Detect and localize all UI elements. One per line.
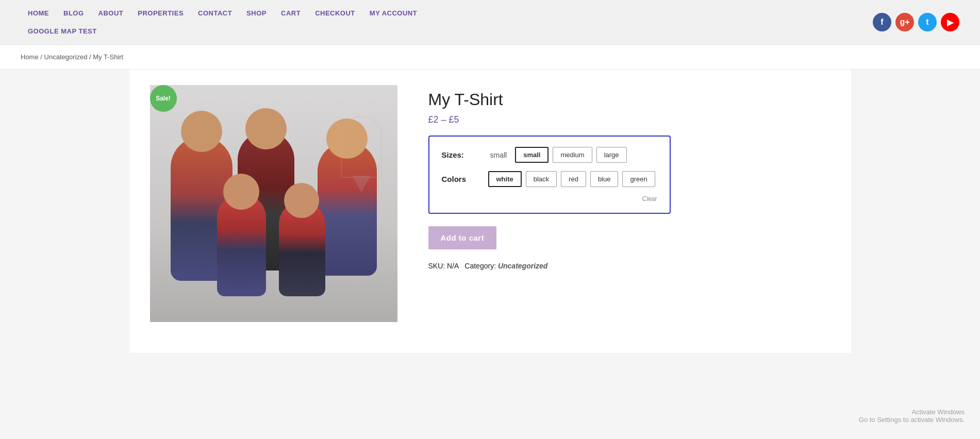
nav-properties[interactable]: PROPERTIES bbox=[130, 5, 191, 21]
figure-kid-left bbox=[217, 193, 266, 296]
clear-link[interactable]: Clear bbox=[442, 195, 657, 202]
size-small[interactable]: small bbox=[515, 147, 549, 163]
sku-label: SKU: bbox=[428, 262, 445, 270]
breadcrumb-uncategorized[interactable]: Uncategorized bbox=[44, 53, 88, 61]
color-red[interactable]: red bbox=[561, 171, 586, 187]
category-value: Uncategorized bbox=[498, 262, 547, 270]
sizes-options: small medium large bbox=[515, 147, 626, 163]
color-white[interactable]: white bbox=[488, 171, 522, 187]
nav-area: HOME BLOG ABOUT PROPERTIES CONTACT SHOP … bbox=[21, 5, 508, 39]
sizes-row: Sizes: small small medium large bbox=[442, 147, 657, 163]
size-medium[interactable]: medium bbox=[553, 147, 592, 163]
product-details: My T-Shirt £2 – £5 Sizes: small small me… bbox=[428, 85, 830, 322]
product-meta: SKU: N/A Category: Uncategorized bbox=[428, 262, 830, 270]
color-black[interactable]: black bbox=[526, 171, 557, 187]
nav-google-map-test[interactable]: GOOGLE MAP TEST bbox=[21, 23, 104, 39]
nav-about[interactable]: ABOUT bbox=[91, 5, 131, 21]
size-large[interactable]: large bbox=[596, 147, 627, 163]
nav-cart[interactable]: CART bbox=[274, 5, 308, 21]
colors-options: white black red blue green bbox=[488, 171, 655, 187]
product-image-area: Sale! bbox=[150, 85, 397, 322]
color-blue[interactable]: blue bbox=[590, 171, 619, 187]
social-icons-area: f g+ t ▶ bbox=[873, 13, 959, 31]
nav-blog[interactable]: BLOG bbox=[56, 5, 91, 21]
nav-home[interactable]: HOME bbox=[21, 5, 56, 21]
figure-group bbox=[155, 100, 392, 322]
figure-kid-right bbox=[279, 201, 325, 296]
facebook-icon[interactable]: f bbox=[873, 13, 891, 31]
map-ghost-overlay bbox=[341, 116, 382, 178]
sizes-label: Sizes: bbox=[442, 150, 488, 159]
variation-box: Sizes: small small medium large Colors w… bbox=[428, 136, 671, 214]
google-plus-icon[interactable]: g+ bbox=[895, 13, 914, 31]
nav-main-row: HOME BLOG ABOUT PROPERTIES CONTACT SHOP … bbox=[21, 5, 508, 21]
youtube-icon[interactable]: ▶ bbox=[941, 13, 959, 31]
breadcrumb-sep1: / bbox=[40, 53, 44, 61]
breadcrumb-home[interactable]: Home bbox=[21, 53, 39, 61]
sku-value: N/A bbox=[447, 262, 459, 270]
category-label: Category: bbox=[464, 262, 496, 270]
nav-myaccount[interactable]: MY ACCOUNT bbox=[362, 5, 424, 21]
color-green[interactable]: green bbox=[622, 171, 655, 187]
colors-label: Colors bbox=[442, 175, 488, 183]
sizes-selected-value: small bbox=[490, 151, 507, 159]
main-content: Sale! My T-Shirt £2 – £5 Sizes: small bbox=[129, 70, 851, 353]
product-price: £2 – £5 bbox=[428, 114, 830, 125]
colors-row: Colors white black red blue green bbox=[442, 171, 657, 187]
breadcrumb: Home / Uncategorized / My T-Shirt bbox=[0, 45, 980, 70]
nav-second-row: GOOGLE MAP TEST bbox=[21, 23, 104, 39]
add-to-cart-button[interactable]: Add to cart bbox=[428, 226, 497, 249]
product-title: My T-Shirt bbox=[428, 90, 830, 109]
sale-badge: Sale! bbox=[150, 85, 177, 112]
nav-contact[interactable]: CONTACT bbox=[191, 5, 239, 21]
nav-shop[interactable]: SHOP bbox=[239, 5, 274, 21]
nav-checkout[interactable]: CHECKOUT bbox=[308, 5, 362, 21]
breadcrumb-current: My T-Shirt bbox=[93, 53, 123, 61]
header: HOME BLOG ABOUT PROPERTIES CONTACT SHOP … bbox=[0, 0, 980, 45]
twitter-icon[interactable]: t bbox=[918, 13, 937, 31]
product-image bbox=[150, 85, 397, 322]
